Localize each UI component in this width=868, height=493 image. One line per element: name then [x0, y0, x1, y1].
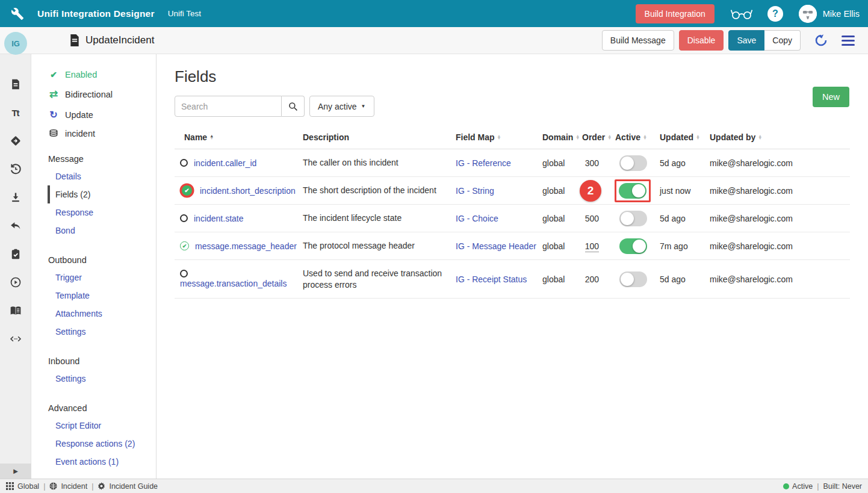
nav-item-attachments[interactable]: Attachments	[55, 305, 156, 323]
nav-item-outbound-settings[interactable]: Settings	[55, 323, 156, 341]
table-row: ✔incident.short_description The short de…	[175, 177, 850, 205]
nav-item-fields[interactable]: Fields (2)	[48, 185, 156, 203]
nav-item-bond[interactable]: Bond	[55, 222, 156, 240]
column-header-order[interactable]: Order▲▼	[582, 132, 615, 142]
table-row: ✔message.message_header The protocol mes…	[175, 232, 850, 260]
search-input[interactable]	[175, 96, 282, 117]
record-header: UpdateIncident Build Message Disable Sav…	[0, 27, 868, 54]
nav-item-script-editor[interactable]: Script Editor	[55, 417, 156, 435]
column-header-active[interactable]: Active▲▼	[615, 132, 660, 142]
menu-icon[interactable]	[842, 36, 855, 46]
field-description: The incident lifecycle state	[303, 212, 456, 224]
field-map-link[interactable]: IG - Reference	[456, 158, 511, 168]
docs-icon[interactable]	[10, 305, 22, 317]
environment-name[interactable]: Unifi Test	[168, 9, 201, 18]
active-toggle[interactable]	[619, 211, 647, 226]
check-icon: ✔	[48, 70, 59, 79]
code-icon[interactable]	[10, 333, 22, 345]
field-map-link[interactable]: IG - Receipt Status	[456, 274, 527, 284]
nav-section-advanced: Advanced	[48, 403, 156, 413]
active-toggle[interactable]	[619, 238, 647, 254]
middle-region: IG Tt ▶ ✔ Enabled ⇄ Bidirectional	[0, 54, 868, 479]
nav-item-details[interactable]: Details	[55, 167, 156, 185]
reply-icon[interactable]	[10, 220, 22, 232]
document-icon	[69, 34, 80, 46]
text-icon[interactable]: Tt	[10, 107, 22, 119]
expand-arrow-icon[interactable]: ▶	[0, 464, 31, 479]
status-incident: incident	[48, 129, 156, 138]
toggle-knob	[632, 184, 645, 197]
database-icon	[48, 129, 59, 138]
sort-icon: ▲▼	[497, 135, 501, 139]
field-name-link[interactable]: incident.caller_id	[194, 158, 256, 168]
wrench-icon	[11, 7, 24, 20]
user-avatar[interactable]	[799, 5, 817, 23]
field-updated-by: mike@sharelogic.com	[710, 158, 850, 168]
field-updated: 5d ago	[660, 214, 710, 223]
build-integration-button[interactable]: Build Integration	[636, 4, 715, 23]
field-order: 500	[582, 214, 615, 223]
save-button[interactable]: Save	[728, 30, 764, 51]
active-toggle[interactable]	[619, 155, 647, 171]
help-icon[interactable]: ?	[767, 6, 783, 22]
guide-selector[interactable]: Incident Guide	[98, 482, 158, 491]
chevron-down-icon: ▼	[361, 104, 366, 109]
unchecked-status-icon	[180, 270, 188, 278]
disable-button[interactable]: Disable	[679, 30, 724, 51]
checked-status-icon: ✔	[180, 241, 189, 250]
active-toggle[interactable]	[619, 183, 646, 199]
column-header-name[interactable]: Name▲▼	[175, 132, 303, 142]
search-button[interactable]	[282, 96, 305, 117]
built-status-label: Built: Never	[823, 482, 862, 491]
user-name[interactable]: Mike Ellis	[823, 9, 860, 19]
column-header-updated-by[interactable]: Updated by▲▼	[710, 132, 850, 142]
app-selector[interactable]: Incident	[49, 482, 87, 491]
nav-item-trigger[interactable]: Trigger	[55, 268, 156, 287]
column-header-domain[interactable]: Domain▲▼	[542, 132, 582, 142]
field-name-link[interactable]: incident.short_description	[200, 186, 296, 196]
scope-selector[interactable]: Global	[6, 482, 39, 491]
integration-avatar[interactable]: IG	[4, 32, 27, 55]
tasks-icon[interactable]	[10, 248, 22, 260]
field-map-link[interactable]: IG - String	[456, 186, 494, 196]
nav-item-event-actions[interactable]: Event actions (1)	[55, 453, 156, 471]
column-header-field-map[interactable]: Field Map▲▼	[456, 132, 542, 142]
document-icon[interactable]	[10, 78, 22, 90]
history-icon[interactable]	[10, 163, 22, 175]
active-status-dot	[783, 483, 789, 489]
icon-rail: Tt ▶	[0, 54, 31, 479]
sort-icon: ▲▼	[643, 135, 647, 139]
build-message-button[interactable]: Build Message	[602, 30, 674, 51]
nav-item-response-actions[interactable]: Response actions (2)	[55, 435, 156, 453]
active-filter-dropdown[interactable]: Any active ▼	[309, 96, 374, 117]
field-order: 100	[585, 241, 599, 252]
field-name-link[interactable]: message.transaction_details	[180, 279, 287, 288]
field-map-link[interactable]: IG - Message Header	[456, 241, 536, 251]
main-content: Fields Any active ▼ New Name▲▼ Descripti…	[157, 54, 868, 479]
nav-item-inbound-settings[interactable]: Settings	[55, 370, 156, 388]
nav-item-response[interactable]: Response	[55, 203, 156, 222]
field-map-link[interactable]: IG - Choice	[456, 214, 498, 223]
column-header-updated[interactable]: Updated▲▼	[660, 132, 710, 142]
glasses-icon[interactable]	[730, 7, 753, 20]
copy-button[interactable]: Copy	[764, 30, 801, 51]
checked-status-icon-highlighted: ✔	[182, 185, 192, 196]
toggle-knob	[621, 212, 634, 225]
refresh-icon[interactable]	[814, 33, 828, 48]
field-name-link[interactable]: message.message_header	[195, 241, 297, 251]
globe-icon	[49, 482, 57, 490]
play-icon[interactable]	[10, 276, 22, 288]
new-field-button[interactable]: New	[813, 87, 849, 107]
grid-icon	[6, 482, 14, 490]
active-toggle[interactable]	[619, 271, 647, 287]
status-update-label: Update	[65, 110, 93, 120]
toggle-knob	[621, 157, 634, 170]
nav-item-template[interactable]: Template	[55, 287, 156, 305]
column-header-description[interactable]: Description	[303, 132, 456, 142]
field-name-link[interactable]: incident.state	[194, 214, 244, 223]
status-bidirectional: ⇄ Bidirectional	[48, 88, 156, 101]
download-icon[interactable]	[10, 191, 22, 203]
field-updated: 7m ago	[660, 241, 710, 251]
routing-icon[interactable]	[10, 135, 22, 147]
toggle-knob	[621, 273, 634, 286]
